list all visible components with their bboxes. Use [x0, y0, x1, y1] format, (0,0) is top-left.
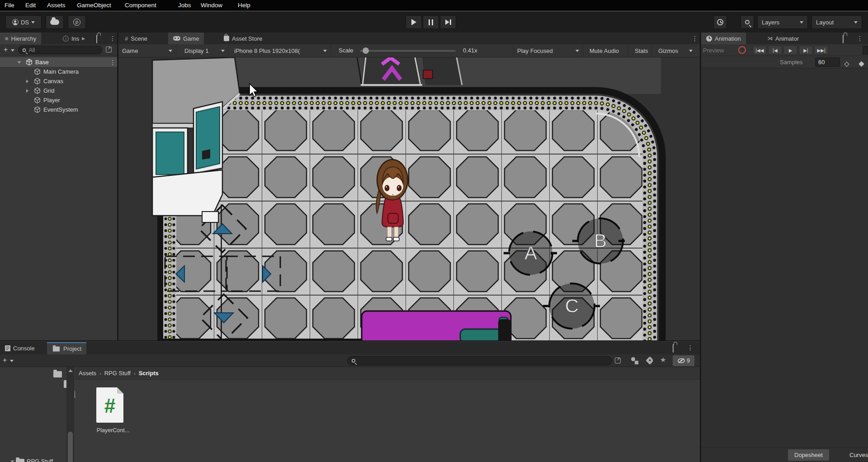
- hierarchy-menu-kebab[interactable]: ⋮: [109, 35, 116, 42]
- prev-key-button[interactable]: |◀: [768, 46, 782, 55]
- undo-history-button[interactable]: [713, 15, 727, 29]
- button-c-label: C: [565, 295, 579, 316]
- project-search-input[interactable]: [358, 358, 608, 364]
- lock-icon[interactable]: [843, 35, 844, 43]
- dopesheet-button[interactable]: Dopesheet: [788, 449, 829, 461]
- menu-window[interactable]: Window: [201, 2, 222, 9]
- folder-icon[interactable]: [53, 371, 62, 377]
- hierarchy-item-eventsystem[interactable]: EventSystem: [0, 105, 117, 114]
- tab-project[interactable]: Project: [47, 342, 86, 354]
- expand-arrow-icon[interactable]: [26, 80, 28, 83]
- lock-icon[interactable]: [673, 344, 674, 353]
- hierarchy-item-base[interactable]: Base ⋮: [0, 57, 117, 67]
- expand-arrow-icon[interactable]: [11, 460, 14, 462]
- filter-by-label-icon[interactable]: [646, 356, 654, 364]
- tab-animator[interactable]: ⋊ Animator: [762, 33, 804, 44]
- cloud-button[interactable]: [46, 15, 64, 29]
- project-search[interactable]: [347, 356, 612, 365]
- popout-icon[interactable]: [106, 47, 112, 52]
- project-tree-scrollbar[interactable]: [66, 367, 74, 462]
- add-asset-caret[interactable]: [10, 360, 14, 362]
- anim-play-button[interactable]: ▶: [783, 46, 797, 55]
- layout-dropdown[interactable]: Layout: [811, 15, 862, 29]
- hierarchy-item-main-camera[interactable]: Main Camera: [0, 67, 117, 76]
- last-key-button[interactable]: ▶▶|: [814, 46, 828, 55]
- expand-arrow-icon[interactable]: [18, 61, 21, 63]
- tab-console[interactable]: Console: [0, 342, 40, 354]
- animation-menu-kebab[interactable]: ⋮: [857, 35, 863, 42]
- popout-icon[interactable]: [615, 358, 621, 363]
- gameobject-cube-icon: [34, 106, 41, 113]
- hierarchy-search-input[interactable]: [28, 47, 98, 53]
- tab-asset-store[interactable]: Asset Store: [219, 33, 267, 44]
- pause-icon: [429, 19, 433, 25]
- pause-button[interactable]: [423, 15, 439, 29]
- menu-gameobject[interactable]: GameObject: [77, 2, 111, 9]
- record-button[interactable]: [738, 46, 746, 54]
- display-target-dropdown[interactable]: Display 1: [181, 44, 229, 57]
- hierarchy-item-canvas[interactable]: Canvas: [0, 76, 117, 86]
- scroll-up-icon[interactable]: [68, 369, 73, 372]
- dopesheet-bar: Dopesheet Curves: [701, 448, 868, 462]
- add-event-icon[interactable]: [859, 60, 863, 68]
- hidden-count-button[interactable]: 9: [673, 355, 694, 366]
- next-key-button[interactable]: ▶|: [799, 46, 813, 55]
- item-kebab[interactable]: ⋮: [109, 59, 116, 66]
- breadcrumb-rpg-stuff[interactable]: RPG Stuff: [104, 370, 131, 377]
- gizmos-dropdown[interactable]: Gizmos: [655, 44, 696, 57]
- first-key-button[interactable]: |◀◀: [753, 46, 767, 55]
- menu-assets[interactable]: Assets: [47, 2, 66, 9]
- menu-component[interactable]: Component: [125, 2, 156, 9]
- lock-icon[interactable]: [96, 35, 97, 43]
- breadcrumb-scripts[interactable]: Scripts: [139, 370, 159, 377]
- info-icon: i: [63, 36, 69, 42]
- search-button[interactable]: [741, 15, 754, 29]
- mute-audio-toggle[interactable]: Mute Audio: [586, 44, 628, 57]
- scrollbar-thumb[interactable]: [68, 432, 73, 462]
- panel-divider: [0, 340, 700, 341]
- tab-hierarchy[interactable]: ≡ Hierarchy: [0, 33, 41, 44]
- hierarchy-search[interactable]: [18, 46, 102, 54]
- project-menu-kebab[interactable]: ⋮: [687, 344, 693, 351]
- step-button[interactable]: [440, 15, 456, 29]
- expand-arrow-icon[interactable]: [26, 89, 28, 93]
- plastic-scm-button[interactable]: p: [68, 15, 86, 29]
- layers-dropdown[interactable]: Layers: [757, 15, 808, 29]
- chevron-down-icon: [854, 21, 858, 24]
- add-keyframe-icon[interactable]: [845, 60, 849, 68]
- animation-panel: Animation ⋊ Animator ⋮ Preview |◀◀ |◀ ▶ …: [701, 33, 868, 462]
- hierarchy-item-player[interactable]: Player: [0, 95, 117, 105]
- tree-item-rpg-stuff[interactable]: RPG Stuff: [11, 457, 53, 462]
- add-object-caret[interactable]: [11, 49, 14, 52]
- menu-jobs[interactable]: Jobs: [178, 2, 191, 9]
- add-asset-button[interactable]: +: [3, 356, 7, 364]
- game-display-mode-dropdown[interactable]: Game: [118, 44, 176, 57]
- resolution-dropdown[interactable]: iPhone 8 Plus 1920x108(: [231, 44, 331, 57]
- game-menu-kebab[interactable]: ⋮: [692, 35, 698, 42]
- tab-game[interactable]: Game: [168, 33, 204, 44]
- scene-icon: [26, 59, 33, 66]
- stats-toggle[interactable]: Stats: [631, 44, 652, 57]
- menu-file[interactable]: File: [5, 2, 14, 9]
- tab-scene[interactable]: # Scene: [120, 33, 152, 44]
- play-focused-dropdown[interactable]: Play Focused: [513, 44, 583, 57]
- plastic-scm-icon: p: [73, 19, 80, 26]
- favorites-star-icon[interactable]: ★: [660, 356, 666, 364]
- asset-item-playercontroller[interactable]: # PlayerCont...: [88, 387, 138, 441]
- account-button[interactable]: DS: [5, 15, 42, 29]
- samples-field[interactable]: 60: [815, 57, 840, 67]
- filter-by-type-icon[interactable]: [631, 357, 638, 364]
- hierarchy-item-grid[interactable]: Grid: [0, 86, 117, 95]
- play-button[interactable]: [406, 15, 422, 29]
- scale-slider-track[interactable]: [360, 50, 456, 52]
- scale-slider-thumb[interactable]: [363, 47, 369, 54]
- frame-field[interactable]: [863, 46, 868, 55]
- preview-toggle[interactable]: Preview: [703, 47, 724, 54]
- breadcrumb-assets[interactable]: Assets: [79, 370, 96, 377]
- menu-edit[interactable]: Edit: [25, 2, 36, 9]
- tab-inspector-partial[interactable]: i Ins ▶: [58, 33, 90, 44]
- tab-animation[interactable]: Animation: [701, 33, 746, 44]
- add-object-button[interactable]: +: [4, 46, 8, 54]
- menu-help[interactable]: Help: [238, 2, 250, 9]
- curves-button[interactable]: Curves: [843, 449, 868, 461]
